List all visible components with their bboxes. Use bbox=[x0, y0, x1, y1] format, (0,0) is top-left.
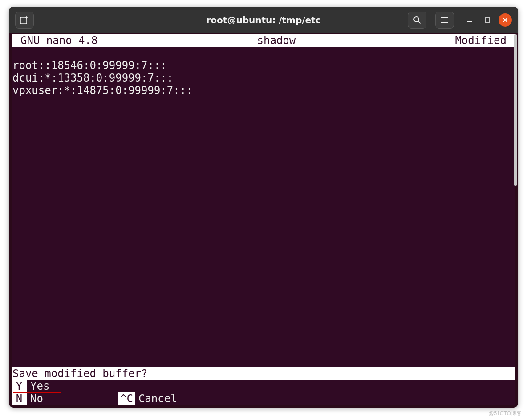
content-line: root::18546:0:99999:7::: bbox=[12, 59, 167, 72]
editor-content[interactable]: root::18546:0:99999:7::: dcui:*:13358:0:… bbox=[12, 47, 515, 97]
nano-header-bar: GNU nano 4.8 shadow Modified bbox=[12, 34, 515, 47]
option-cancel-key: ^C bbox=[118, 392, 135, 405]
minimize-button[interactable] bbox=[463, 13, 476, 27]
watermark-text: @51CTO博客 bbox=[488, 410, 522, 417]
minimize-icon bbox=[466, 17, 473, 23]
option-yes-label: Yes bbox=[27, 380, 49, 392]
nano-options: Y Yes N No ^C Cancel bbox=[12, 380, 515, 405]
svg-point-3 bbox=[414, 17, 419, 22]
option-cancel[interactable]: ^C Cancel bbox=[118, 392, 177, 405]
nano-filename: shadow bbox=[97, 34, 455, 47]
annotation-underline bbox=[13, 392, 61, 393]
svg-rect-9 bbox=[485, 18, 490, 22]
svg-line-4 bbox=[418, 21, 421, 24]
option-no-key: N bbox=[12, 392, 27, 405]
option-cancel-label: Cancel bbox=[135, 392, 177, 405]
close-icon bbox=[503, 17, 508, 23]
terminal-window: root@ubuntu: /tmp/etc bbox=[9, 7, 518, 408]
new-tab-button[interactable] bbox=[15, 12, 34, 29]
option-no-label: No bbox=[27, 392, 43, 405]
scrollbar-thumb[interactable] bbox=[514, 34, 517, 186]
close-button[interactable] bbox=[499, 13, 512, 27]
content-line: vpxuser:*:14875:0:99999:7::: bbox=[12, 84, 193, 97]
maximize-button[interactable] bbox=[481, 13, 494, 27]
option-yes-key: Y bbox=[12, 380, 27, 392]
nano-app-name: GNU nano 4.8 bbox=[13, 34, 97, 47]
svg-rect-0 bbox=[20, 17, 27, 24]
menu-button[interactable] bbox=[435, 12, 454, 29]
nano-modified-status: Modified bbox=[455, 34, 514, 47]
new-tab-icon bbox=[20, 16, 29, 24]
nano-prompt-text: Save modified buffer? bbox=[12, 367, 147, 380]
search-icon bbox=[413, 16, 421, 24]
option-yes[interactable]: Y Yes bbox=[12, 380, 49, 392]
content-line: dcui:*:13358:0:99999:7::: bbox=[12, 72, 173, 84]
hamburger-icon bbox=[441, 17, 449, 23]
search-button[interactable] bbox=[408, 12, 426, 29]
window-titlebar: root@ubuntu: /tmp/etc bbox=[9, 7, 518, 33]
maximize-icon bbox=[484, 17, 491, 23]
option-no[interactable]: N No bbox=[12, 392, 101, 405]
terminal-viewport[interactable]: GNU nano 4.8 shadow Modified root::18546… bbox=[12, 34, 515, 405]
nano-prompt-bar: Save modified buffer? bbox=[12, 367, 515, 380]
